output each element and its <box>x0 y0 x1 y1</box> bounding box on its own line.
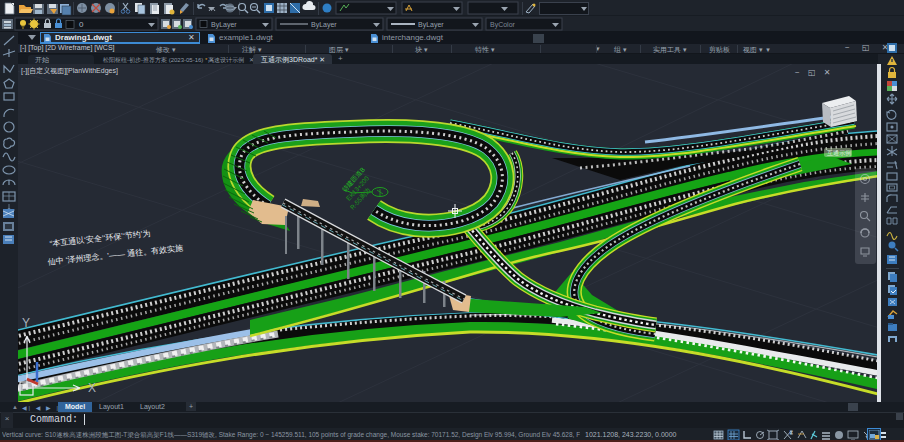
svg-text:ByColor: ByColor <box>490 21 516 29</box>
svg-text:0: 0 <box>79 20 84 29</box>
svg-text:ByLayer: ByLayer <box>311 21 337 29</box>
svg-text:ByLayer: ByLayer <box>211 21 237 29</box>
svg-text:z: z <box>790 429 793 435</box>
svg-text:互通示例: 互通示例 <box>827 149 851 157</box>
svg-text:ByLayer: ByLayer <box>418 21 444 29</box>
svg-text:Y: Y <box>22 316 30 330</box>
svg-text:“本互通以‘安全’‘环保’‘节约’为: “本互通以‘安全’‘环保’‘节约’为 <box>49 228 151 249</box>
svg-text:X: X <box>88 381 96 395</box>
